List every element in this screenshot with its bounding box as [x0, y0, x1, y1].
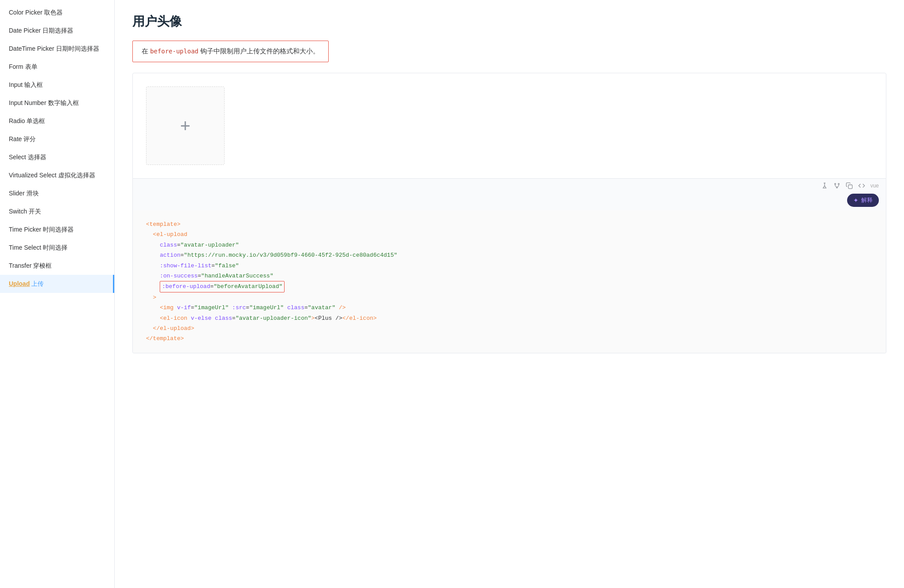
svg-point-0 — [834, 184, 836, 185]
fork-icon[interactable] — [833, 182, 840, 189]
sidebar-item-label: Time Picker 时间选择器 — [9, 226, 74, 233]
code-line-5: :show-file-list="false" — [146, 261, 873, 271]
explain-button[interactable]: ✦ 解释 — [847, 194, 879, 207]
info-box: 在 before-upload 钩子中限制用户上传文件的格式和大小。 — [132, 41, 329, 62]
code-line-12: </template> — [146, 333, 873, 344]
code-line-7: :before-upload="beforeAvatarUpload" — [146, 281, 873, 292]
page-title: 用户头像 — [132, 13, 886, 30]
sidebar-item-label: Form 表单 — [9, 63, 38, 70]
sidebar-item-label: Rate 评分 — [9, 135, 36, 142]
sidebar-item-label: Radio 单选框 — [9, 117, 45, 124]
sidebar-item-transfer[interactable]: Transfer 穿梭框 — [0, 257, 114, 275]
code-line-10: <el-icon v-else class="avatar-uploader-i… — [146, 313, 873, 323]
sidebar-item-virtualized-select[interactable]: Virtualized Select 虚拟化选择器 — [0, 166, 114, 184]
info-text-after: 钩子中限制用户上传文件的格式和大小。 — [200, 47, 319, 55]
sidebar-item-label: Virtualized Select 虚拟化选择器 — [9, 172, 95, 179]
sidebar-item-label: Input 输入框 — [9, 81, 43, 88]
explain-label: 解释 — [861, 196, 873, 204]
code-line-6: :on-success="handleAvatarSuccess" — [146, 271, 873, 281]
copy-icon[interactable] — [846, 182, 853, 189]
sidebar-item-upload[interactable]: Upload 上传 — [0, 275, 114, 293]
code-block: <template> <el-upload class="avatar-uplo… — [133, 210, 886, 353]
code-line-1: <template> — [146, 219, 873, 229]
sidebar-item-label: Slider 滑块 — [9, 190, 39, 197]
sidebar-item-highlight-zh: 上传 — [31, 280, 44, 287]
sidebar-item-label: Time Select 时间选择 — [9, 244, 68, 251]
sidebar-item-time-picker[interactable]: Time Picker 时间选择器 — [0, 221, 114, 239]
svg-point-1 — [838, 184, 839, 185]
demo-area: + — [132, 73, 886, 179]
sidebar-item-time-select[interactable]: Time Select 时间选择 — [0, 239, 114, 257]
ai-icon: ✦ — [853, 197, 859, 204]
sidebar-item-label: Color Picker 取色器 — [9, 9, 63, 16]
code-toggle-icon[interactable] — [858, 182, 865, 189]
sidebar-item-label: Select 选择器 — [9, 154, 46, 161]
code-line-8: > — [146, 292, 873, 303]
code-line-3: class="avatar-uploader" — [146, 240, 873, 250]
sidebar-item-label: Input Number 数字输入框 — [9, 99, 79, 106]
code-line-9: <img v-if="imageUrl" :src="imageUrl" cla… — [146, 303, 873, 313]
sidebar-item-label: DateTime Picker 日期时间选择器 — [9, 45, 99, 52]
sidebar-item-color-picker[interactable]: Color Picker 取色器 — [0, 4, 114, 22]
lab-icon[interactable] — [821, 182, 828, 189]
sidebar-item-switch[interactable]: Switch 开关 — [0, 202, 114, 221]
sidebar-item-datetime-picker[interactable]: DateTime Picker 日期时间选择器 — [0, 40, 114, 58]
code-line-2: <el-upload — [146, 229, 873, 240]
sidebar-item-label: Transfer 穿梭框 — [9, 262, 52, 269]
main-content: 用户头像 在 before-upload 钩子中限制用户上传文件的格式和大小。 … — [115, 0, 904, 588]
explain-wrap: ✦ 解释 — [133, 191, 886, 210]
sidebar-item-highlight-en: Upload — [9, 280, 30, 287]
sidebar-item-form[interactable]: Form 表单 — [0, 58, 114, 76]
plus-icon: + — [180, 117, 190, 135]
sidebar-item-radio[interactable]: Radio 单选框 — [0, 112, 114, 130]
sidebar-item-input[interactable]: Input 输入框 — [0, 76, 114, 94]
svg-rect-3 — [848, 185, 852, 189]
vue-label: vue — [870, 183, 879, 189]
code-area: vue ✦ 解释 <template> <el-upload class="av… — [132, 179, 886, 353]
sidebar-item-input-number[interactable]: Input Number 数字输入框 — [0, 94, 114, 112]
code-line-11: </el-upload> — [146, 323, 873, 333]
code-line-4: action="https://run.mocky.io/v3/9d059bf9… — [146, 250, 873, 260]
sidebar-item-slider[interactable]: Slider 滑块 — [0, 184, 114, 202]
sidebar-item-rate[interactable]: Rate 评分 — [0, 130, 114, 148]
sidebar-item-label: Date Picker 日期选择器 — [9, 27, 73, 34]
upload-box[interactable]: + — [146, 86, 225, 165]
sidebar-item-label: Switch 开关 — [9, 208, 41, 215]
sidebar: Color Picker 取色器 Date Picker 日期选择器 DateT… — [0, 0, 115, 588]
info-text-before: 在 — [142, 47, 148, 55]
sidebar-item-date-picker[interactable]: Date Picker 日期选择器 — [0, 22, 114, 40]
code-toolbar: vue — [133, 179, 886, 191]
sidebar-item-select[interactable]: Select 选择器 — [0, 148, 114, 166]
info-code: before-upload — [150, 48, 199, 55]
